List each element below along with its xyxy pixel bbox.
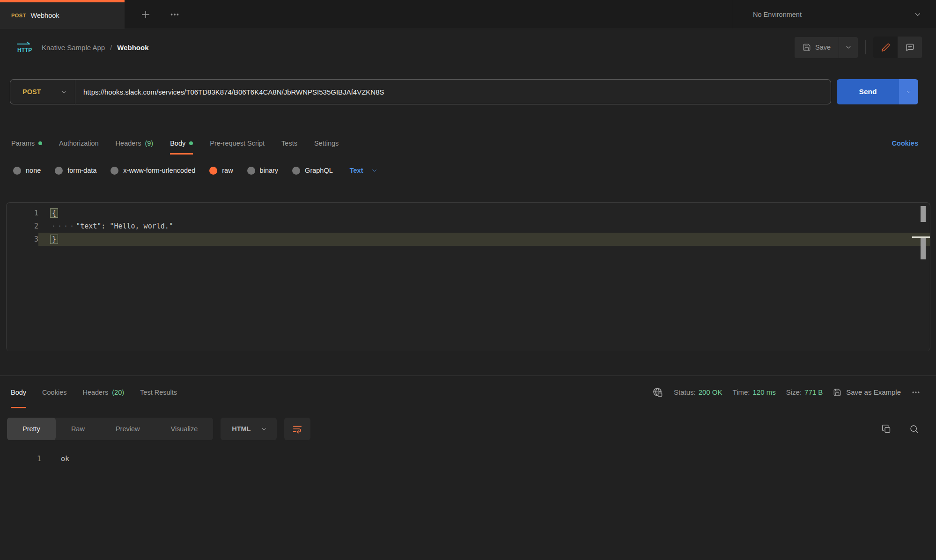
more-options-icon <box>170 9 180 20</box>
params-status-dot <box>38 141 42 145</box>
chevron-down-icon <box>260 426 267 433</box>
response-format-selector[interactable]: HTML <box>221 418 276 440</box>
save-as-example-label: Save as Example <box>846 388 901 396</box>
body-type-label: x-www-form-urlencoded <box>123 167 195 174</box>
response-body: 1 ok <box>0 452 936 465</box>
view-mode-pretty[interactable]: Pretty <box>7 418 56 440</box>
tab-bar: POST Webhook No Environment <box>0 0 936 29</box>
save-button-label: Save <box>815 44 831 51</box>
raw-language-label: Text <box>350 167 363 174</box>
editor-line-current: 3 } <box>7 233 930 246</box>
tab-headers[interactable]: Headers (9) <box>116 132 154 155</box>
body-type-urlencoded[interactable]: x-www-form-urlencoded <box>111 167 195 175</box>
response-tab-body[interactable]: Body <box>11 376 26 408</box>
edit-request-button[interactable] <box>873 37 898 58</box>
status-label: Status: <box>674 388 696 396</box>
tab-tests[interactable]: Tests <box>281 132 297 155</box>
whitespace-dots: ···· <box>52 222 76 230</box>
body-type-raw[interactable]: raw <box>209 167 233 175</box>
send-options-button[interactable] <box>899 79 918 104</box>
request-body-editor[interactable]: 1 { 2 ····"text": "Hello, world." 3 } <box>6 202 930 351</box>
body-status-dot <box>189 141 193 145</box>
scrollbar-thumb[interactable] <box>921 206 926 222</box>
more-options-icon <box>911 388 921 397</box>
chevron-down-icon <box>371 167 378 174</box>
save-options-button[interactable] <box>839 37 858 58</box>
svg-text:HTTP: HTTP <box>17 47 32 53</box>
editor-line: 2 ····"text": "Hello, world." <box>7 220 930 233</box>
body-type-graphql[interactable]: GraphQL <box>292 167 333 175</box>
body-type-form-data[interactable]: form-data <box>55 167 96 175</box>
copy-response-button[interactable] <box>882 424 892 434</box>
tab-method-label: POST <box>11 13 26 18</box>
save-button[interactable]: Save <box>795 37 839 58</box>
environment-selector[interactable]: No Environment <box>733 0 936 29</box>
tab-pre-request-script[interactable]: Pre-request Script <box>210 132 265 155</box>
body-type-row: none form-data x-www-form-urlencoded raw… <box>0 161 936 180</box>
cookies-link[interactable]: Cookies <box>892 132 918 155</box>
request-tab[interactable]: POST Webhook <box>0 0 125 29</box>
response-header-row: Body Cookies Headers (20) Test Results S… <box>0 376 936 408</box>
breadcrumb-request[interactable]: Webhook <box>117 44 148 52</box>
save-as-example-button[interactable]: Save as Example <box>833 388 901 397</box>
response-text: ok <box>41 455 69 463</box>
tab-label: Headers <box>82 389 108 396</box>
code-text: } <box>50 235 58 244</box>
breadcrumb-separator: / <box>110 44 112 52</box>
response-tab-headers[interactable]: Headers (20) <box>82 376 124 408</box>
tab-label: Body <box>170 140 185 147</box>
body-type-label: raw <box>222 167 233 174</box>
body-type-none[interactable]: none <box>13 167 41 175</box>
radio-icon <box>55 167 63 175</box>
send-button-label: Send <box>859 88 877 96</box>
request-tabs: Params Authorization Headers (9) Body Pr… <box>0 132 936 155</box>
view-mode-raw[interactable]: Raw <box>56 418 100 440</box>
status-value: 200 OK <box>699 388 722 396</box>
method-selector[interactable]: POST <box>10 88 75 96</box>
headers-count: (9) <box>145 140 153 147</box>
chevron-down-icon <box>60 88 67 96</box>
time-label: Time: <box>733 388 750 396</box>
radio-icon <box>247 167 255 175</box>
body-type-label: form-data <box>67 167 96 174</box>
line-number: 2 <box>7 220 38 233</box>
tab-params[interactable]: Params <box>11 132 42 155</box>
environment-label: No Environment <box>753 11 802 18</box>
scrollbar-cursor-thumb <box>921 238 926 259</box>
tab-label: Headers <box>116 140 141 147</box>
view-mode-visualize[interactable]: Visualize <box>155 418 213 440</box>
response-tab-cookies[interactable]: Cookies <box>42 376 66 408</box>
response-view-row: Pretty Raw Preview Visualize HTML <box>7 418 919 440</box>
line-number: 1 <box>0 455 41 463</box>
wrap-text-button[interactable] <box>284 418 310 440</box>
body-type-binary[interactable]: binary <box>247 167 279 175</box>
code-text: "text": "Hello, world." <box>76 222 173 230</box>
url-input[interactable] <box>75 88 831 96</box>
code-text: { <box>50 208 58 218</box>
raw-language-selector[interactable]: Text <box>350 167 378 174</box>
save-icon <box>833 388 841 397</box>
tab-label: Pre-request Script <box>210 140 265 147</box>
tab-body[interactable]: Body <box>170 132 193 155</box>
tab-label: Settings <box>314 140 339 147</box>
method-label: POST <box>22 88 41 96</box>
network-info-button[interactable] <box>652 387 663 398</box>
tab-label: Params <box>11 140 35 147</box>
tab-authorization[interactable]: Authorization <box>59 132 99 155</box>
size-value: 771 B <box>804 388 823 396</box>
tab-settings[interactable]: Settings <box>314 132 339 155</box>
tab-title: Webhook <box>31 12 59 19</box>
breadcrumb-collection[interactable]: Knative Sample App <box>42 44 105 52</box>
tab-options-button[interactable] <box>170 9 180 20</box>
search-response-button[interactable] <box>909 424 919 434</box>
comment-button[interactable] <box>898 37 922 58</box>
body-type-label: none <box>26 167 41 174</box>
response-options-button[interactable] <box>911 388 921 397</box>
response-tab-test-results[interactable]: Test Results <box>140 376 177 408</box>
send-button[interactable]: Send <box>837 79 899 104</box>
radio-icon <box>292 167 300 175</box>
editor-scrollbar[interactable] <box>921 203 926 351</box>
view-mode-preview[interactable]: Preview <box>100 418 155 440</box>
view-mode-switcher: Pretty Raw Preview Visualize <box>7 418 213 440</box>
add-tab-button[interactable] <box>140 9 151 20</box>
